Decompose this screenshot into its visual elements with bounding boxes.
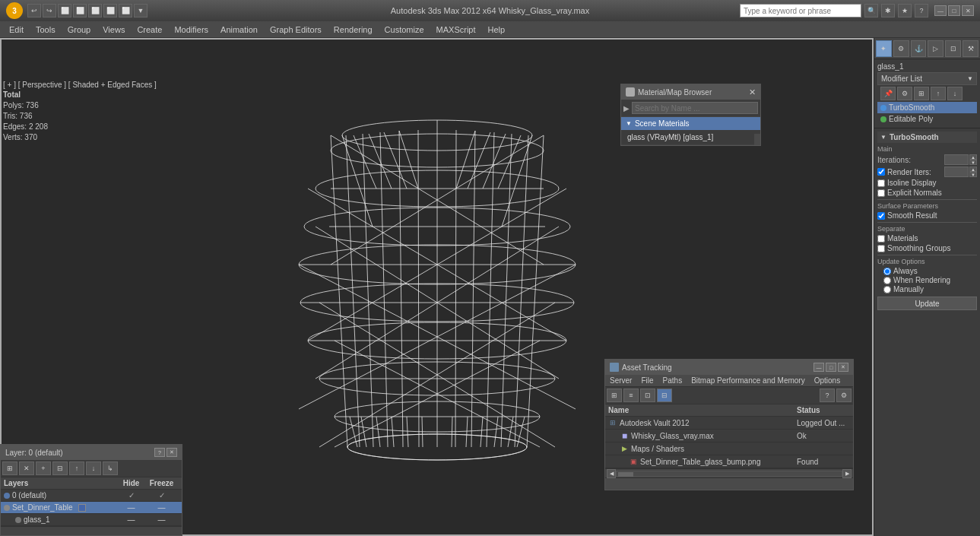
qa-btn-3[interactable]: ⬜ bbox=[58, 4, 71, 17]
menu-maxscript[interactable]: MAXScript bbox=[430, 24, 482, 36]
lp-row-default[interactable]: 0 (default) ✓ ✓ bbox=[1, 490, 182, 502]
utilities-tab-icon[interactable]: ⚒ bbox=[963, 40, 978, 57]
asset-tracking-titlebar[interactable]: Asset Tracking — □ ✕ bbox=[605, 360, 853, 375]
mat-browser-titlebar[interactable]: Material/Map Browser ✕ bbox=[621, 84, 760, 100]
lp-tool-1[interactable]: ⊞ bbox=[2, 461, 17, 475]
at-tool-settings[interactable]: ⚙ bbox=[836, 389, 852, 402]
lp-row-dinner-table[interactable]: Set_Dinner_Table — — bbox=[1, 502, 182, 514]
lp-tool-6[interactable]: ↓ bbox=[86, 461, 101, 475]
mod-tool-2[interactable]: ⚙ bbox=[897, 87, 912, 100]
mat-item-glass[interactable]: glass (VRayMtl) [glass_1] bbox=[621, 130, 760, 145]
qa-dropdown[interactable]: ▼ bbox=[134, 4, 147, 17]
menu-modifiers[interactable]: Modifiers bbox=[168, 24, 214, 36]
scroll-left-arrow-icon[interactable]: ◀ bbox=[607, 469, 616, 478]
restore-button[interactable]: □ bbox=[948, 5, 960, 16]
modifier-turbosmooth[interactable]: TurboSmooth bbox=[877, 102, 977, 113]
minimize-button[interactable]: — bbox=[934, 5, 947, 16]
motion-tab-icon[interactable]: ▷ bbox=[928, 40, 944, 57]
qa-btn-6[interactable]: ⬜ bbox=[103, 4, 117, 17]
at-menu-paths[interactable]: Paths bbox=[658, 375, 687, 386]
lp-row-glass[interactable]: glass_1 — — bbox=[1, 514, 182, 526]
menu-views[interactable]: Views bbox=[97, 24, 131, 36]
explicit-normals-checkbox[interactable] bbox=[877, 189, 885, 197]
menu-graph-editors[interactable]: Graph Editors bbox=[264, 24, 328, 36]
lp-tool-7[interactable]: ↳ bbox=[103, 461, 118, 475]
favorites-btn[interactable]: ★ bbox=[898, 4, 912, 17]
at-menu-server[interactable]: Server bbox=[605, 375, 636, 386]
pin-tool-btn[interactable]: 📌 bbox=[880, 87, 896, 100]
layer-panel-scrollbar-h[interactable] bbox=[1, 526, 182, 535]
at-menu-bitmap[interactable]: Bitmap Performance and Memory bbox=[687, 375, 810, 386]
menu-help[interactable]: Help bbox=[482, 24, 512, 36]
mat-search-input[interactable] bbox=[632, 102, 758, 114]
menu-tools[interactable]: Tools bbox=[30, 24, 62, 36]
modify-tab-icon[interactable]: ⚙ bbox=[893, 40, 909, 57]
render-iters-down[interactable]: ▼ bbox=[969, 172, 977, 177]
qa-btn-1[interactable]: ↩ bbox=[27, 4, 41, 17]
at-menu-options[interactable]: Options bbox=[810, 375, 845, 386]
iterations-up[interactable]: ▲ bbox=[969, 154, 977, 160]
menu-animation[interactable]: Animation bbox=[214, 24, 264, 36]
lp-tool-2[interactable]: ✕ bbox=[19, 461, 34, 475]
mat-browser-close[interactable]: ✕ bbox=[749, 87, 756, 97]
qa-btn-5[interactable]: ⬜ bbox=[88, 4, 102, 17]
lp-help-btn[interactable]: ? bbox=[154, 448, 165, 457]
at-row-max-file[interactable]: ◼ Whisky_Glass_vray.max Ok bbox=[605, 430, 853, 442]
menu-group[interactable]: Group bbox=[62, 24, 97, 36]
create-tab-icon[interactable]: ✦ bbox=[876, 40, 892, 57]
at-row-maps[interactable]: ▶ Maps / Shaders bbox=[605, 442, 853, 455]
at-menu-file[interactable]: File bbox=[636, 375, 658, 386]
display-tab-icon[interactable]: ⊡ bbox=[945, 40, 961, 57]
asset-tracking-scrollbar-h[interactable]: ◀ ▶ bbox=[605, 468, 853, 477]
menu-customize[interactable]: Customize bbox=[379, 24, 430, 36]
at-minimize-btn[interactable]: — bbox=[813, 363, 824, 372]
qa-btn-7[interactable]: ⬜ bbox=[119, 4, 132, 17]
materials-checkbox[interactable] bbox=[877, 235, 885, 243]
hierarchy-tab-icon[interactable]: ⚓ bbox=[911, 40, 927, 57]
manually-radio[interactable] bbox=[883, 286, 891, 293]
when-rendering-radio[interactable] bbox=[883, 277, 891, 284]
lp-close-btn[interactable]: ✕ bbox=[167, 448, 177, 457]
modifier-list-header[interactable]: Modifier List ▼ bbox=[877, 72, 977, 85]
at-close-btn[interactable]: ✕ bbox=[838, 363, 848, 372]
lp-tool-3[interactable]: + bbox=[36, 461, 51, 475]
lp-tool-5[interactable]: ↑ bbox=[69, 461, 84, 475]
isoline-checkbox[interactable] bbox=[877, 179, 885, 187]
menu-create[interactable]: Create bbox=[131, 24, 168, 36]
mod-tool-5[interactable]: ↓ bbox=[947, 87, 963, 100]
menu-edit[interactable]: Edit bbox=[3, 24, 30, 36]
scroll-thumb[interactable] bbox=[618, 472, 633, 477]
iterations-down[interactable]: ▼ bbox=[969, 160, 977, 165]
render-iters-up[interactable]: ▲ bbox=[969, 167, 977, 172]
mat-scrollbar[interactable] bbox=[754, 134, 760, 145]
render-iters-checkbox[interactable] bbox=[877, 168, 885, 176]
qa-btn-4[interactable]: ⬜ bbox=[73, 4, 87, 17]
menu-rendering[interactable]: Rendering bbox=[328, 24, 379, 36]
smoothing-groups-checkbox[interactable] bbox=[877, 245, 885, 252]
update-button[interactable]: Update bbox=[877, 297, 977, 310]
scroll-right-arrow-icon[interactable]: ▶ bbox=[842, 469, 852, 478]
mat-section-header[interactable]: ▼ Scene Materials bbox=[621, 117, 760, 130]
iterations-input[interactable]: 0 bbox=[944, 154, 969, 165]
search-btn-2[interactable]: ✱ bbox=[881, 4, 895, 17]
at-tool-4[interactable]: ⊟ bbox=[657, 389, 672, 402]
lp-tool-4[interactable]: ⊟ bbox=[52, 461, 68, 475]
qa-btn-2[interactable]: ↪ bbox=[43, 4, 56, 17]
scroll-track[interactable] bbox=[616, 471, 842, 477]
close-button[interactable]: ✕ bbox=[962, 5, 974, 16]
at-row-vault[interactable]: ⊞ Autodesk Vault 2012 Logged Out ... bbox=[605, 417, 853, 430]
help-btn[interactable]: ? bbox=[915, 4, 928, 17]
modifier-editable-poly[interactable]: Editable Poly bbox=[877, 113, 977, 125]
at-row-bump[interactable]: ▣ Set_Dinner_Table_glass_bump.png Found bbox=[605, 455, 853, 468]
search-input[interactable] bbox=[740, 4, 861, 17]
mod-tool-3[interactable]: ⊞ bbox=[914, 87, 929, 100]
smooth-result-checkbox[interactable] bbox=[877, 212, 885, 220]
always-radio[interactable] bbox=[883, 268, 891, 275]
search-button[interactable]: 🔍 bbox=[864, 4, 878, 17]
at-tool-2[interactable]: ≡ bbox=[623, 389, 639, 402]
render-iters-input[interactable]: 2 bbox=[944, 167, 969, 177]
mod-tool-4[interactable]: ↑ bbox=[931, 87, 946, 100]
at-tool-3[interactable]: ⊡ bbox=[640, 389, 655, 402]
at-tool-help[interactable]: ? bbox=[820, 389, 835, 402]
at-restore-btn[interactable]: □ bbox=[826, 363, 836, 372]
